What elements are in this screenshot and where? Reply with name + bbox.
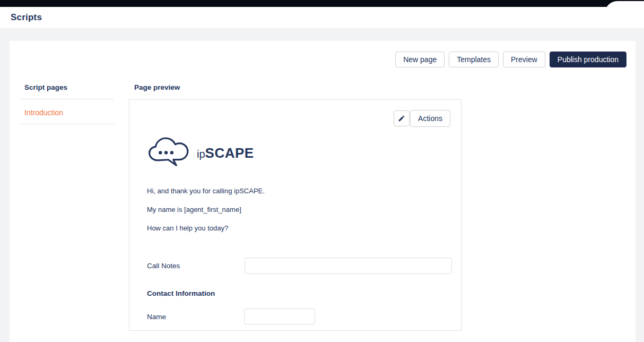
script-line: My name is [agent_first_name] [147, 206, 241, 213]
actions-button[interactable]: Actions [410, 110, 450, 127]
topbar-corner-shape [605, 1, 644, 24]
cloud-speech-bubble-icon [147, 136, 194, 168]
name-input[interactable] [244, 309, 315, 324]
new-page-button[interactable]: New page [395, 52, 445, 67]
toolbar: New page Templates Preview Publish produ… [395, 52, 626, 67]
contact-information-heading: Contact Information [147, 289, 215, 297]
edit-page-button[interactable] [394, 110, 410, 126]
name-label: Name [147, 313, 166, 321]
ipscape-logo-text: ipSCAPE [197, 145, 254, 161]
logo-text-scape: SCAPE [205, 145, 254, 161]
templates-button[interactable]: Templates [449, 52, 499, 67]
page-header: Scripts [0, 7, 644, 28]
page-preview-title: Page preview [134, 83, 180, 91]
sidebar-item-introduction[interactable]: Introduction [24, 108, 63, 117]
sidebar-title: Script pages [24, 83, 67, 91]
sidebar-divider [19, 124, 114, 124]
call-notes-input[interactable] [245, 258, 452, 274]
ipscape-logo: ipSCAPE [147, 136, 254, 168]
top-navigation-bar [0, 0, 644, 7]
pencil-icon [398, 115, 405, 122]
publish-production-button[interactable]: Publish production [550, 52, 626, 67]
page-title: Scripts [11, 12, 42, 23]
sidebar-divider [19, 99, 114, 99]
script-line: How can I help you today? [147, 224, 228, 232]
preview-button[interactable]: Preview [503, 52, 545, 67]
logo-text-ip: ip [197, 148, 205, 160]
page-preview-card: Actions ipSCAPE Hi, and thank you for ca… [129, 99, 462, 331]
content-panel: New page Templates Preview Publish produ… [10, 41, 636, 342]
call-notes-label: Call Notes [147, 262, 180, 270]
script-line: Hi, and thank you for calling ipSCAPE. [147, 187, 265, 195]
